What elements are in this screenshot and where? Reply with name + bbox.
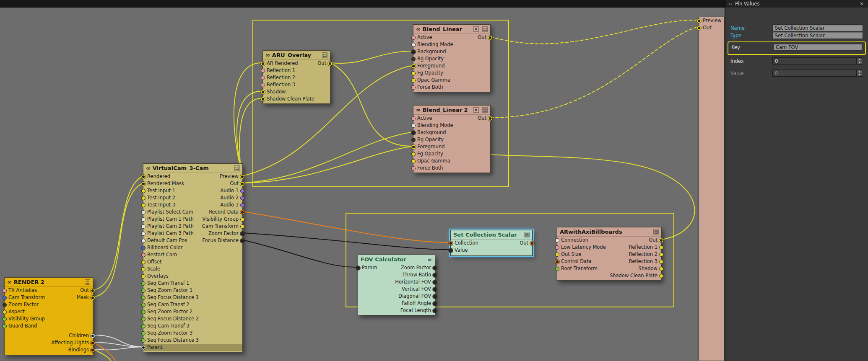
pin-blending-mode[interactable] bbox=[411, 124, 416, 128]
pin-seq-focus-distance-3[interactable] bbox=[141, 338, 146, 343]
pin-children[interactable] bbox=[91, 334, 95, 338]
pin-seq-zoom-factor-2[interactable] bbox=[141, 310, 146, 314]
pin-cam-transform[interactable] bbox=[240, 224, 244, 229]
menu-icon[interactable]: ▤ bbox=[427, 257, 432, 262]
pin-seq-focus-distance-2[interactable] bbox=[141, 317, 146, 321]
collapse-icon[interactable]: ›› bbox=[729, 2, 732, 6]
node-title-bar[interactable]: ∞RENDER 2▤ bbox=[5, 278, 93, 287]
pin-record-data[interactable] bbox=[240, 210, 244, 214]
pin-aspect[interactable] bbox=[3, 310, 7, 314]
pin-param[interactable] bbox=[356, 266, 360, 270]
spinner-up-icon[interactable]: ▲ bbox=[857, 58, 863, 61]
pin-parent[interactable] bbox=[141, 346, 146, 350]
pin-playlist-select-cam[interactable] bbox=[141, 210, 146, 214]
pin-rendered[interactable] bbox=[141, 175, 146, 179]
node-fov-calculator[interactable]: FOV Calculator▤ParamZoom FactorThrow Rat… bbox=[358, 255, 435, 315]
menu-icon[interactable]: ▤ bbox=[482, 26, 488, 32]
pin-bg-opacity[interactable] bbox=[411, 57, 416, 61]
pin-zoom-factor[interactable] bbox=[433, 266, 437, 270]
pin-connection[interactable] bbox=[555, 238, 559, 242]
pin-bindings[interactable] bbox=[91, 348, 95, 352]
node-set-collection-scalar[interactable]: Set Collection Scalar▤CollectionOutValue bbox=[450, 230, 533, 256]
index-input[interactable]: 0 ▲ ▼ bbox=[772, 57, 863, 64]
menu-icon[interactable]: ▤ bbox=[322, 52, 327, 58]
pin-out[interactable] bbox=[91, 289, 95, 293]
close-icon[interactable]: × bbox=[859, 1, 865, 7]
pin-vertical-fov[interactable] bbox=[433, 287, 437, 291]
pin-seq-zoom-factor-3[interactable] bbox=[141, 331, 146, 335]
pin-background[interactable] bbox=[411, 131, 416, 135]
menu-icon[interactable]: ▤ bbox=[85, 279, 90, 285]
node-title-bar[interactable]: Set Collection Scalar▤ bbox=[451, 230, 532, 240]
pin-focal-length[interactable] bbox=[433, 309, 437, 313]
menu-icon[interactable]: ▤ bbox=[653, 229, 659, 235]
pin-reflection-2[interactable] bbox=[659, 253, 663, 257]
pin-offset[interactable] bbox=[141, 260, 146, 264]
index-spinner[interactable]: ▲ ▼ bbox=[856, 58, 863, 64]
pin-active[interactable] bbox=[411, 36, 416, 40]
pin-test-input-1[interactable] bbox=[141, 189, 146, 193]
pin-foreground[interactable] bbox=[411, 64, 416, 68]
node-title-bar[interactable]: ∞ARU_Overlay▤ bbox=[263, 51, 330, 60]
node-title-bar[interactable]: ∞VirtualCam_3-Cam▤ bbox=[143, 164, 242, 173]
pin-out[interactable] bbox=[659, 238, 663, 242]
node-title-bar[interactable]: ∞Blend_Linear×▤ bbox=[413, 25, 490, 34]
pin-root-transform[interactable] bbox=[555, 267, 559, 271]
close-icon[interactable]: × bbox=[473, 26, 479, 32]
pin-active[interactable] bbox=[411, 116, 416, 121]
pin-opac-gamma[interactable] bbox=[411, 78, 416, 83]
pin-out[interactable] bbox=[328, 62, 332, 66]
pin-collection[interactable] bbox=[449, 241, 453, 245]
pin-diagonal-fov[interactable] bbox=[433, 294, 437, 299]
pin-scale[interactable] bbox=[141, 267, 146, 271]
pin-foreground[interactable] bbox=[411, 145, 416, 149]
pin-opac-gamma[interactable] bbox=[411, 159, 416, 163]
pin-reflection-3[interactable] bbox=[659, 260, 663, 264]
pin-falloff-angle[interactable] bbox=[433, 302, 437, 306]
pin-seq-cam-transf-3[interactable] bbox=[141, 324, 146, 328]
pin-fg-opacity[interactable] bbox=[411, 152, 416, 156]
pin-control-data[interactable] bbox=[555, 260, 559, 264]
pin-playlist-cam-2-path[interactable] bbox=[141, 224, 146, 229]
pin-ar-rendered[interactable] bbox=[261, 62, 265, 66]
node-partial-node-right[interactable]: PreviewOut bbox=[699, 17, 725, 361]
pin-audio-3[interactable] bbox=[240, 203, 244, 207]
pin-playlist-cam-1-path[interactable] bbox=[141, 217, 146, 222]
pin-rendered-mask[interactable] bbox=[141, 182, 146, 186]
node-title-bar[interactable]: FOV Calculator▤ bbox=[358, 255, 435, 264]
node-aru-overlay[interactable]: ∞ARU_Overlay▤AR RenderedOutReflection 1R… bbox=[262, 50, 330, 104]
pin-seq-zoom-factor-1[interactable] bbox=[141, 289, 146, 293]
menu-icon[interactable]: ▤ bbox=[524, 232, 530, 237]
pin-default-cam-pos[interactable] bbox=[141, 239, 146, 243]
pin-out-size[interactable] bbox=[555, 253, 559, 257]
pin-billboard-color[interactable] bbox=[141, 246, 146, 250]
close-icon[interactable]: × bbox=[473, 107, 479, 113]
pin-restart-cam[interactable] bbox=[141, 253, 146, 257]
pin-throw-ratio[interactable] bbox=[433, 273, 437, 277]
pin-overlays[interactable] bbox=[141, 274, 146, 278]
pin-force-both[interactable] bbox=[411, 85, 416, 90]
pin-out[interactable] bbox=[530, 241, 534, 245]
spinner-down-icon[interactable]: ▼ bbox=[857, 61, 863, 64]
pin-shadow[interactable] bbox=[659, 267, 663, 271]
pin-reflection-1[interactable] bbox=[659, 245, 663, 250]
pin-zoom-factor[interactable] bbox=[240, 232, 244, 236]
node-title-bar[interactable]: ∞Blend_Linear 2×▤ bbox=[413, 106, 490, 115]
pin-shadow-clean-plate[interactable] bbox=[659, 274, 663, 278]
pin-visibility-group[interactable] bbox=[3, 317, 7, 321]
key-input[interactable]: Cam FOV bbox=[773, 44, 862, 51]
menu-icon[interactable]: ▤ bbox=[482, 107, 488, 113]
pin-out[interactable] bbox=[488, 36, 492, 40]
pin-mask[interactable] bbox=[91, 296, 95, 300]
pin-tx-antialias[interactable] bbox=[3, 289, 7, 293]
pin-shadow-clean-plate[interactable] bbox=[261, 97, 265, 101]
pin-background[interactable] bbox=[411, 50, 416, 54]
pin-audio-2[interactable] bbox=[240, 196, 244, 200]
pin-seq-cam-transf-2[interactable] bbox=[141, 303, 146, 307]
pin-out[interactable] bbox=[488, 116, 492, 121]
pin-playlist-cam-3-path[interactable] bbox=[141, 232, 146, 236]
pin-cam-transform[interactable] bbox=[3, 296, 7, 300]
node-virtualcam-3-cam[interactable]: ∞VirtualCam_3-Cam▤RenderedPreviewRendere… bbox=[143, 163, 243, 352]
pin-preview[interactable] bbox=[240, 175, 244, 179]
pin-out[interactable] bbox=[697, 26, 701, 30]
